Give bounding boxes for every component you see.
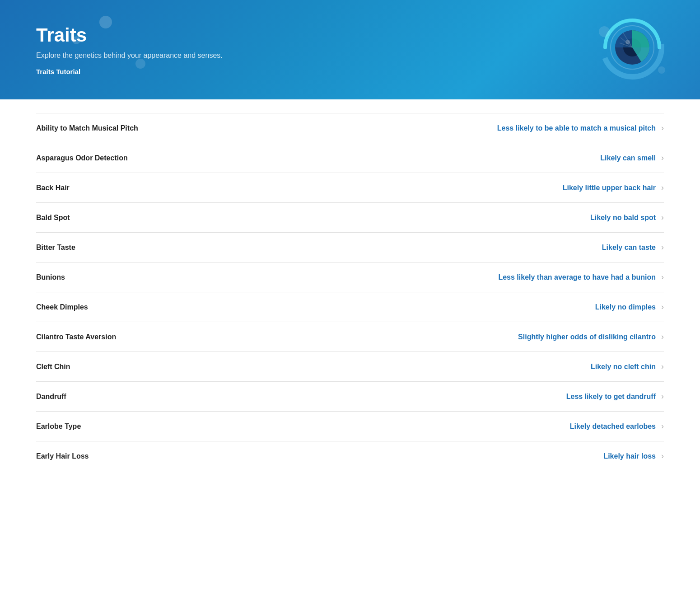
- trait-right-section: Likely can taste›: [602, 243, 664, 252]
- trait-right-section: Likely hair loss›: [603, 451, 664, 461]
- trait-result: Likely detached earlobes: [570, 422, 656, 431]
- deco-bubble-1: [99, 16, 112, 28]
- traits-list-container: Ability to Match Musical PitchLess likel…: [0, 99, 700, 471]
- chevron-right-icon: ›: [661, 302, 664, 312]
- trait-row[interactable]: Cleft ChinLikely no cleft chin›: [36, 352, 664, 382]
- trait-right-section: Less likely than average to have had a b…: [498, 272, 664, 282]
- trait-right-section: Likely can smell›: [600, 153, 664, 163]
- trait-result: Slightly higher odds of disliking cilant…: [518, 333, 656, 341]
- trait-row[interactable]: Bitter TasteLikely can taste›: [36, 233, 664, 262]
- chevron-right-icon: ›: [661, 153, 664, 163]
- chevron-right-icon: ›: [661, 123, 664, 133]
- page-title: Traits: [36, 24, 664, 46]
- svg-point-8: [599, 26, 610, 37]
- deco-bubble-2: [72, 36, 80, 44]
- chevron-right-icon: ›: [661, 272, 664, 282]
- chevron-right-icon: ›: [661, 183, 664, 192]
- trait-name: Bitter Taste: [36, 244, 172, 252]
- trait-name: Early Hair Loss: [36, 452, 172, 460]
- trait-result: Likely little upper back hair: [563, 184, 656, 192]
- traits-list: Ability to Match Musical PitchLess likel…: [36, 113, 664, 471]
- trait-name: Asparagus Odor Detection: [36, 154, 172, 162]
- page-subtitle: Explore the genetics behind your appeara…: [36, 52, 664, 60]
- chevron-right-icon: ›: [661, 362, 664, 371]
- trait-right-section: Likely no dimples›: [595, 302, 664, 312]
- tutorial-link[interactable]: Traits Tutorial: [36, 68, 664, 75]
- trait-right-section: Slightly higher odds of disliking cilant…: [518, 332, 664, 342]
- trait-result: Likely no dimples: [595, 303, 656, 311]
- svg-point-7: [625, 40, 630, 44]
- trait-name: Cilantro Taste Aversion: [36, 333, 172, 341]
- chevron-right-icon: ›: [661, 243, 664, 252]
- chevron-right-icon: ›: [661, 451, 664, 461]
- trait-name: Earlobe Type: [36, 422, 172, 431]
- deco-bubble-3: [135, 59, 145, 69]
- svg-point-9: [658, 66, 665, 74]
- trait-right-section: Less likely to get dandruff›: [566, 392, 664, 401]
- trait-right-section: Likely detached earlobes›: [570, 422, 664, 431]
- trait-result: Likely hair loss: [603, 452, 656, 460]
- trait-row[interactable]: DandruffLess likely to get dandruff›: [36, 382, 664, 412]
- trait-name: Back Hair: [36, 184, 172, 192]
- trait-name: Bunions: [36, 273, 172, 281]
- trait-right-section: Likely no cleft chin›: [591, 362, 664, 371]
- trait-row[interactable]: Asparagus Odor DetectionLikely can smell…: [36, 143, 664, 173]
- trait-result: Likely can smell: [600, 154, 656, 162]
- chevron-right-icon: ›: [661, 213, 664, 222]
- trait-right-section: Likely no bald spot›: [590, 213, 664, 222]
- trait-result: Less likely than average to have had a b…: [498, 273, 656, 281]
- chevron-right-icon: ›: [661, 422, 664, 431]
- trait-result: Likely can taste: [602, 244, 656, 252]
- trait-row[interactable]: Back HairLikely little upper back hair›: [36, 173, 664, 203]
- trait-result: Likely no cleft chin: [591, 363, 656, 371]
- trait-name: Bald Spot: [36, 214, 172, 222]
- trait-right-section: Less likely to be able to match a musica…: [497, 123, 664, 133]
- header-eye-icon: [592, 7, 673, 88]
- trait-row[interactable]: Earlobe TypeLikely detached earlobes›: [36, 412, 664, 441]
- trait-name: Ability to Match Musical Pitch: [36, 124, 172, 132]
- trait-row[interactable]: Cilantro Taste AversionSlightly higher o…: [36, 322, 664, 352]
- trait-result: Less likely to be able to match a musica…: [497, 124, 656, 132]
- trait-name: Dandruff: [36, 393, 172, 401]
- chevron-right-icon: ›: [661, 392, 664, 401]
- trait-row[interactable]: Bald SpotLikely no bald spot›: [36, 203, 664, 233]
- trait-row[interactable]: Cheek DimplesLikely no dimples›: [36, 292, 664, 322]
- page-header: Traits Explore the genetics behind your …: [0, 0, 700, 99]
- trait-name: Cheek Dimples: [36, 303, 172, 311]
- trait-result: Less likely to get dandruff: [566, 393, 656, 401]
- chevron-right-icon: ›: [661, 332, 664, 342]
- trait-row[interactable]: BunionsLess likely than average to have …: [36, 262, 664, 292]
- trait-result: Likely no bald spot: [590, 214, 656, 222]
- trait-row[interactable]: Early Hair LossLikely hair loss›: [36, 441, 664, 471]
- trait-right-section: Likely little upper back hair›: [563, 183, 664, 192]
- trait-name: Cleft Chin: [36, 363, 172, 371]
- trait-row[interactable]: Ability to Match Musical PitchLess likel…: [36, 113, 664, 143]
